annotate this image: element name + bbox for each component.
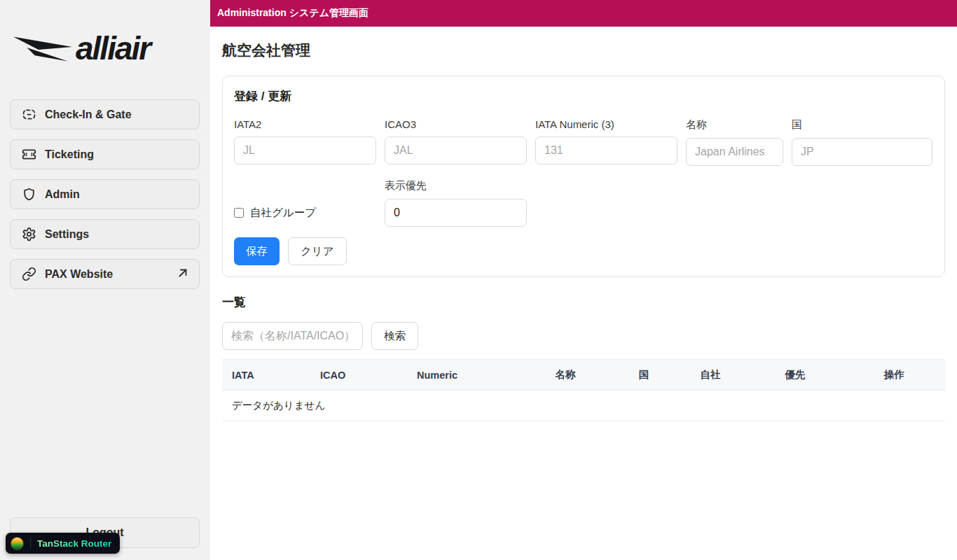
brand-logo: alliair [13, 25, 200, 71]
search-row: 検索 [222, 322, 945, 350]
external-link-arrow-icon [177, 267, 189, 282]
bird-logo-icon [13, 33, 73, 64]
col-iata: IATA [222, 360, 310, 391]
col-actions: 操作 [843, 360, 945, 391]
devtools-badge-label: TanStack Router [37, 538, 111, 549]
link-icon [22, 267, 36, 281]
form-fields-row: IATA2 ICAO3 IATA Numeric (3) 名称 国 [234, 118, 933, 166]
field-iata2: IATA2 [234, 118, 376, 166]
name-label: 名称 [686, 118, 783, 132]
name-input[interactable] [686, 138, 783, 166]
tanstack-logo-icon [11, 537, 24, 550]
col-icao: ICAO [310, 360, 407, 391]
field-priority: 表示優先 [385, 179, 527, 227]
field-country: 国 [792, 118, 932, 166]
airlines-table: IATA ICAO Numeric 名称 国 自社 優先 操作 データがありませ… [222, 359, 945, 421]
country-label: 国 [792, 118, 932, 132]
scan-icon [22, 107, 36, 122]
own-group-checkbox-row: 自社グループ [234, 199, 385, 227]
list-heading: 一覧 [222, 294, 945, 310]
form-second-row: 自社グループ 表示優先 [234, 179, 933, 227]
own-group-checkbox[interactable] [234, 208, 244, 218]
sidebar-item-label: Settings [45, 228, 89, 241]
col-name: 名称 [516, 360, 614, 391]
card-heading: 登録 / 更新 [234, 88, 933, 104]
search-button[interactable]: 検索 [371, 322, 418, 350]
field-icao3: ICAO3 [385, 118, 527, 166]
devtools-badge[interactable]: TanStack Router [6, 533, 120, 554]
search-input[interactable] [222, 322, 363, 350]
table-header: IATA ICAO Numeric 名称 国 自社 優先 操作 [222, 360, 945, 391]
icao3-label: ICAO3 [385, 118, 527, 130]
form-actions: 保存 クリア [234, 237, 933, 265]
priority-input[interactable] [385, 199, 527, 227]
sidebar-item-label: PAX Website [45, 268, 113, 281]
sidebar-item-settings[interactable]: Settings [10, 219, 200, 249]
icao3-input[interactable] [385, 136, 527, 164]
col-country: 国 [614, 360, 673, 391]
country-input[interactable] [792, 138, 932, 166]
sidebar-item-admin[interactable]: Admin [10, 179, 200, 209]
brand-logo-text: alliair [76, 29, 150, 67]
empty-message: データがありません [222, 391, 945, 421]
col-numeric: Numeric [407, 360, 516, 391]
own-group-checkbox-label: 自社グループ [250, 206, 316, 220]
page-title: 航空会社管理 [222, 41, 945, 60]
field-iata-numeric: IATA Numeric (3) [535, 118, 677, 166]
sidebar-item-label: Admin [45, 188, 80, 201]
clear-button[interactable]: クリア [288, 237, 347, 265]
main-area: Administration システム管理画面 航空会社管理 登録 / 更新 I… [210, 0, 957, 560]
page-content: 航空会社管理 登録 / 更新 IATA2 ICAO3 IATA Numeric … [210, 27, 957, 421]
iata2-label: IATA2 [234, 118, 376, 130]
shield-icon [22, 187, 36, 202]
topbar-title: Administration システム管理画面 [217, 7, 369, 20]
sidebar-nav: Check-In & Gate Ticketing Admin [10, 99, 200, 289]
sidebar-item-label: Check-In & Gate [45, 108, 132, 121]
field-name: 名称 [686, 118, 783, 166]
save-button[interactable]: 保存 [234, 237, 280, 265]
priority-label: 表示優先 [385, 179, 527, 192]
sidebar-item-pax-website[interactable]: PAX Website [10, 259, 200, 289]
iata-numeric-label: IATA Numeric (3) [535, 118, 677, 130]
sidebar-item-checkin-gate[interactable]: Check-In & Gate [10, 99, 200, 130]
register-update-card: 登録 / 更新 IATA2 ICAO3 IATA Numeric (3) 名称 [222, 76, 945, 277]
sidebar-item-label: Ticketing [45, 148, 94, 161]
empty-row: データがありません [222, 391, 945, 421]
admin-topbar: Administration システム管理画面 [210, 0, 957, 27]
col-priority: 優先 [748, 360, 843, 391]
ticket-icon [22, 147, 36, 162]
iata2-input[interactable] [234, 136, 376, 164]
gear-icon [22, 227, 36, 241]
col-own: 自社 [673, 360, 748, 391]
divider [30, 538, 31, 549]
sidebar: alliair Check-In & Gate Ticketing [0, 0, 210, 560]
list-section: 一覧 検索 IATA ICAO Numeric 名称 国 [222, 294, 945, 421]
sidebar-item-ticketing[interactable]: Ticketing [10, 139, 200, 169]
iata-numeric-input[interactable] [535, 136, 677, 164]
